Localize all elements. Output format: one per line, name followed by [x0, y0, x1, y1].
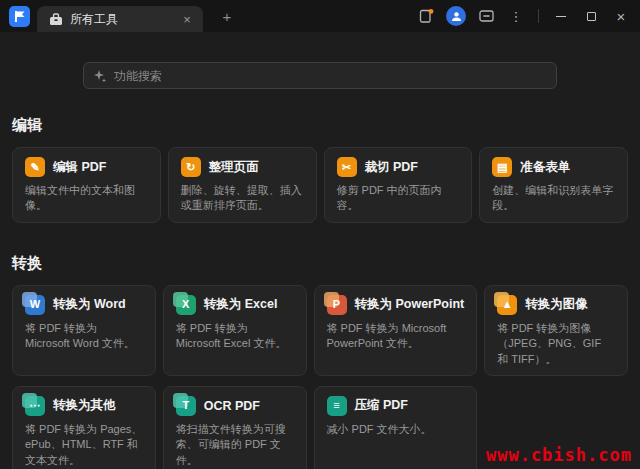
compress-pdf-icon: ≡	[327, 396, 347, 416]
new-tab-button[interactable]: +	[217, 6, 237, 26]
card-ocr-pdf[interactable]: T OCR PDF 将扫描文件转换为可搜索、可编辑的 PDF 文件。	[163, 386, 307, 469]
feedback-button[interactable]	[473, 4, 499, 28]
toolbox-icon	[49, 13, 63, 26]
card-title: 转换为 Excel	[204, 296, 278, 313]
card-title: 转换为 PowerPoint	[355, 296, 465, 313]
feedback-bubble-icon	[479, 10, 494, 23]
minimize-button[interactable]	[548, 4, 574, 28]
card-title: 压缩 PDF	[355, 397, 408, 414]
convert-image-icon: ▲	[497, 295, 517, 315]
card-desc: 将 PDF 转换为 Microsoft PowerPoint 文件。	[327, 321, 465, 352]
card-desc: 将 PDF 转换为 Pages、ePub、HTML、RTF 和文本文件。	[25, 422, 143, 468]
document-notification-icon	[419, 8, 434, 24]
card-desc: 减小 PDF 文件大小。	[327, 422, 465, 437]
card-desc: 将 PDF 转换为图像（JPEG、PNG、GIF 和 TIFF）。	[497, 321, 615, 367]
tab-all-tools[interactable]: 所有工具 ×	[37, 6, 203, 32]
card-title: 转换为 Word	[53, 296, 126, 313]
organize-pages-icon: ↻	[181, 157, 201, 177]
card-title: 准备表单	[520, 159, 570, 176]
card-desc: 将 PDF 转换为 Microsoft Excel 文件。	[176, 321, 294, 352]
close-button[interactable]: ×	[608, 4, 634, 28]
account-button[interactable]	[443, 4, 469, 28]
sparkle-search-icon	[93, 69, 107, 83]
card-title: OCR PDF	[204, 399, 260, 413]
feature-search-bar[interactable]	[83, 62, 557, 89]
card-desc: 修剪 PDF 中的页面内容。	[337, 183, 460, 214]
maximize-icon	[587, 12, 596, 21]
tab-title: 所有工具	[70, 11, 118, 28]
person-icon	[451, 11, 462, 22]
edit-card-grid: ✎ 编辑 PDF 编辑文件中的文本和图像。 ↻ 整理页面 删除、旋转、提取、插入…	[12, 147, 628, 223]
card-convert-excel[interactable]: X 转换为 Excel 将 PDF 转换为 Microsoft Excel 文件…	[163, 285, 307, 376]
card-desc: 将扫描文件转换为可搜索、可编辑的 PDF 文件。	[176, 422, 294, 468]
search-input[interactable]	[114, 69, 547, 83]
convert-card-grid: W 转换为 Word 将 PDF 转换为 Microsoft Word 文件。 …	[12, 285, 628, 469]
more-menu-button[interactable]: ⋮	[503, 4, 529, 28]
convert-excel-icon: X	[176, 295, 196, 315]
titlebar-divider	[538, 9, 539, 23]
card-convert-other[interactable]: ⋯ 转换为其他 将 PDF 转换为 Pages、ePub、HTML、RTF 和文…	[12, 386, 156, 469]
convert-other-icon: ⋯	[25, 396, 45, 416]
ocr-pdf-icon: T	[176, 396, 196, 416]
card-edit-pdf[interactable]: ✎ 编辑 PDF 编辑文件中的文本和图像。	[12, 147, 161, 223]
card-convert-powerpoint[interactable]: P 转换为 PowerPoint 将 PDF 转换为 Microsoft Pow…	[314, 285, 478, 376]
section-title-edit: 编辑	[12, 116, 628, 135]
card-convert-word[interactable]: W 转换为 Word 将 PDF 转换为 Microsoft Word 文件。	[12, 285, 156, 376]
watermark: www.cbish.com	[486, 445, 632, 465]
flag-logo-icon	[14, 10, 26, 23]
crop-pdf-icon: ✂	[337, 157, 357, 177]
card-compress-pdf[interactable]: ≡ 压缩 PDF 减小 PDF 文件大小。	[314, 386, 478, 469]
card-desc: 将 PDF 转换为 Microsoft Word 文件。	[25, 321, 143, 352]
card-title: 转换为其他	[53, 397, 116, 414]
app-logo[interactable]	[9, 6, 30, 27]
card-title: 整理页面	[209, 159, 259, 176]
card-prepare-form[interactable]: ▤ 准备表单 创建、编辑和识别表单字段。	[479, 147, 628, 223]
tab-close-icon[interactable]: ×	[179, 11, 195, 27]
edit-pdf-icon: ✎	[25, 157, 45, 177]
card-desc: 删除、旋转、提取、插入或重新排序页面。	[181, 183, 304, 214]
card-title: 编辑 PDF	[53, 159, 106, 176]
card-title: 转换为图像	[525, 296, 588, 313]
convert-powerpoint-icon: P	[327, 295, 347, 315]
notifications-button[interactable]	[413, 4, 439, 28]
minimize-icon	[556, 16, 566, 17]
titlebar: 所有工具 × + ⋮ ×	[0, 0, 640, 32]
card-crop-pdf[interactable]: ✂ 裁切 PDF 修剪 PDF 中的页面内容。	[324, 147, 473, 223]
prepare-form-icon: ▤	[492, 157, 512, 177]
convert-word-icon: W	[25, 295, 45, 315]
card-desc: 创建、编辑和识别表单字段。	[492, 183, 615, 214]
card-title: 裁切 PDF	[365, 159, 418, 176]
card-organize-pages[interactable]: ↻ 整理页面 删除、旋转、提取、插入或重新排序页面。	[168, 147, 317, 223]
section-title-convert: 转换	[12, 254, 628, 273]
user-avatar	[446, 6, 466, 26]
card-convert-image[interactable]: ▲ 转换为图像 将 PDF 转换为图像（JPEG、PNG、GIF 和 TIFF）…	[484, 285, 628, 376]
maximize-button[interactable]	[578, 4, 604, 28]
card-desc: 编辑文件中的文本和图像。	[25, 183, 148, 214]
